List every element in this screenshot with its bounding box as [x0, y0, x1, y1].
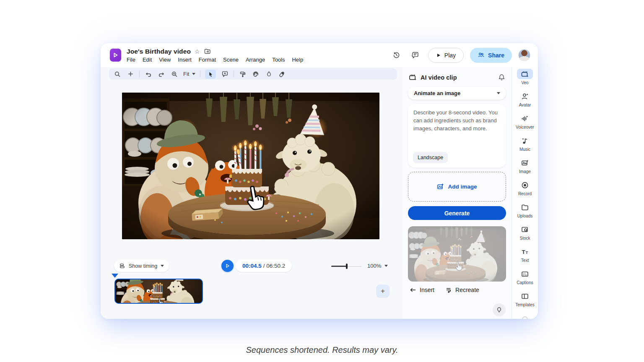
chevron-down-icon — [161, 265, 164, 267]
menu-arrange[interactable]: Arrange — [246, 57, 265, 63]
slider-handle[interactable] — [346, 264, 348, 269]
zoom-fit-select[interactable]: Fit — [183, 71, 195, 77]
templates-icon — [521, 292, 529, 300]
aspect-ratio-chip[interactable]: Landscape — [413, 152, 448, 163]
comments-icon[interactable] — [409, 49, 422, 62]
page: Joe's Birthday video ☆ File Edit View In… — [0, 0, 644, 362]
tips-lightbulb-button[interactable] — [493, 303, 506, 316]
menu-file[interactable]: File — [127, 57, 135, 63]
panel-title: AI video clip — [421, 74, 457, 81]
menu-format[interactable]: Format — [199, 57, 216, 63]
play-button[interactable]: Play — [428, 48, 464, 63]
insert-button[interactable]: Insert — [410, 287, 434, 293]
toolbar-divider — [200, 71, 200, 78]
current-time: 00:04.5 — [242, 263, 262, 269]
eraser-icon[interactable] — [278, 70, 286, 78]
move-folder-icon[interactable] — [204, 48, 210, 55]
prompt-card: Landscape — [408, 104, 506, 168]
feature-rail: Veo Avatar Voiceover Music Image — [512, 67, 538, 319]
menu-scene[interactable]: Scene — [223, 57, 239, 63]
timeline-play-button[interactable] — [221, 260, 234, 272]
theme-colors-icon[interactable] — [252, 70, 260, 78]
generate-button[interactable]: Generate — [408, 206, 506, 220]
voiceover-icon — [521, 114, 529, 123]
lightbulb-icon — [496, 307, 502, 313]
add-image-dropzone[interactable]: Add image — [408, 172, 506, 202]
paint-format-icon[interactable] — [239, 70, 247, 78]
rail-item-partial — [521, 314, 529, 319]
chevron-down-icon — [497, 92, 500, 94]
menu-bar: File Edit View Insert Format Scene Arran… — [127, 57, 303, 63]
text-icon: TT — [521, 248, 529, 256]
uploads-folder-icon — [521, 203, 529, 212]
redo-icon[interactable] — [157, 70, 166, 78]
generated-result-thumbnail[interactable] — [408, 226, 506, 282]
record-icon — [521, 181, 529, 189]
rail-item-uploads[interactable]: Uploads — [517, 202, 533, 218]
svg-text:T: T — [526, 250, 528, 254]
account-avatar[interactable] — [518, 49, 530, 61]
document-title[interactable]: Joe's Birthday video — [127, 48, 191, 55]
timing-rows-icon — [119, 263, 125, 269]
menu-help[interactable]: Help — [292, 57, 303, 63]
add-image-icon — [437, 183, 444, 190]
total-time: / 06:50.2 — [263, 263, 286, 269]
mode-select[interactable]: Animate an image — [408, 87, 506, 100]
menu-edit[interactable]: Edit — [143, 57, 152, 63]
add-scene-button[interactable]: + — [376, 284, 390, 298]
rail-item-record[interactable]: Record — [518, 180, 532, 196]
timeline-zoom-level[interactable]: 100% — [367, 263, 388, 269]
time-indicator: 00:04.5 / 06:50.2 — [236, 260, 292, 272]
recreate-button[interactable]: Recreate — [445, 287, 479, 293]
captions-icon — [521, 270, 529, 278]
rail-item-image[interactable]: Image — [519, 158, 531, 174]
add-icon[interactable] — [126, 70, 135, 78]
timeline-clip-thumbnail[interactable] — [114, 279, 203, 304]
prompt-input[interactable] — [413, 109, 501, 147]
zoom-in-icon[interactable] — [170, 70, 179, 78]
disclaimer-caption: Sequences shortened. Results may vary. — [0, 345, 644, 355]
music-icon — [521, 137, 529, 145]
rail-item-text[interactable]: TT Text — [521, 246, 529, 263]
background-icon[interactable] — [265, 70, 273, 78]
timeline-zoom-slider[interactable] — [331, 265, 361, 267]
rail-item-voiceover[interactable]: Voiceover — [516, 113, 534, 129]
notifications-bell-icon[interactable] — [498, 74, 505, 81]
add-comment-icon[interactable] — [221, 70, 229, 78]
chevron-down-icon — [192, 73, 195, 75]
toolbar-divider — [139, 71, 140, 78]
select-tool-button[interactable] — [205, 70, 216, 79]
rail-item-stock[interactable]: Stock — [519, 224, 530, 240]
editor-area: Fit Show timing — [101, 67, 402, 319]
veo-clip-icon — [409, 73, 417, 81]
undo-icon[interactable] — [144, 70, 153, 78]
svg-text:T: T — [522, 248, 526, 255]
ai-video-clip-panel: AI video clip Animate an image Landscape… — [402, 67, 512, 319]
rail-item-music[interactable]: Music — [519, 135, 530, 152]
show-timing-dropdown[interactable]: Show timing — [114, 260, 169, 272]
version-history-icon[interactable] — [390, 49, 403, 62]
recreate-icon — [445, 287, 452, 293]
vids-logo-icon[interactable] — [110, 49, 121, 62]
share-button[interactable]: Share — [470, 48, 512, 63]
image-icon — [521, 159, 529, 167]
search-icon[interactable] — [113, 70, 122, 78]
star-icon[interactable]: ☆ — [195, 49, 200, 54]
google-vids-window: Joe's Birthday video ☆ File Edit View In… — [101, 43, 538, 319]
chevron-down-icon — [384, 265, 388, 267]
rail-item-templates[interactable]: Templates — [515, 291, 535, 307]
toolbar-divider — [234, 71, 234, 78]
playhead-marker[interactable] — [112, 274, 118, 278]
menu-insert[interactable]: Insert — [178, 57, 192, 63]
app-header: Joe's Birthday video ☆ File Edit View In… — [101, 43, 538, 67]
rail-item-captions[interactable]: Captions — [517, 269, 533, 285]
rail-item-veo[interactable]: Veo — [517, 69, 533, 85]
menu-view[interactable]: View — [159, 57, 171, 63]
title-block: Joe's Birthday video ☆ File Edit View In… — [127, 48, 303, 63]
arrow-left-icon — [410, 287, 416, 293]
rail-item-avatar[interactable]: Avatar — [519, 91, 531, 107]
video-canvas[interactable] — [122, 93, 379, 239]
stock-media-icon — [521, 225, 529, 234]
menu-tools[interactable]: Tools — [272, 57, 285, 63]
avatar-icon — [521, 92, 529, 101]
